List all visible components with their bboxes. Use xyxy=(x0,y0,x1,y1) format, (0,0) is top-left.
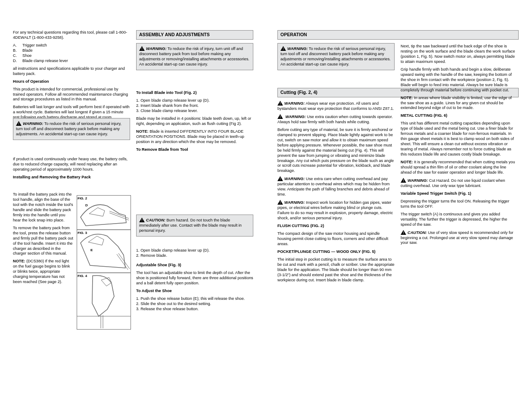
value-a: Trigger switch xyxy=(22,43,130,48)
fig3-e-label: E xyxy=(90,248,93,252)
fig-3-frame xyxy=(77,230,131,274)
column-1: For any technical questions regarding th… xyxy=(13,30,130,128)
caution-burn-box: ! CAUTION: Burn hazard. Do not touch the… xyxy=(136,215,253,237)
step-3: 3. Close blade clamp release lever. xyxy=(136,109,253,114)
column-2-remove: 1. Open blade clamp release lever up (D)… xyxy=(136,248,253,312)
blade-pos-body: Blade may be installed in 4 positions: b… xyxy=(136,116,253,127)
warning-triangle-icon: ! xyxy=(139,218,145,222)
column-2-install: To Install Blade into Tool (Fig. 2) 1. O… xyxy=(136,90,253,155)
warn-over-lead: WARNING: xyxy=(284,177,305,181)
svg-text:!: ! xyxy=(403,178,404,183)
plunge-cont-1: Next, tip the saw backward until the bac… xyxy=(401,44,518,65)
fig3-label: FIG. 3 xyxy=(78,231,87,235)
svg-text:!: ! xyxy=(280,115,280,119)
hours-body: This product is intended for commercial,… xyxy=(13,87,130,103)
adj-step-1: 1. Push the shoe release button (E); thi… xyxy=(136,296,253,302)
warning-triangle-icon: ! xyxy=(401,178,406,183)
plunge-heading: POCKET/PLUNGE CUTTING — WOOD ONLY (FIG. … xyxy=(277,249,395,255)
warn-eye-lead: WARNING: xyxy=(284,101,305,106)
svg-text:!: ! xyxy=(141,47,142,51)
warn-op-lead: WARNING: xyxy=(287,47,308,52)
step-2: 2. Insert blade shank from the front. xyxy=(136,103,253,109)
warning-box-col1: ! WARNING: To reduce the risk of serious… xyxy=(13,118,130,140)
step-1: 1. Open blade clamp release lever up (D)… xyxy=(136,98,253,103)
svg-text:!: ! xyxy=(283,47,283,51)
warn-coolant: !WARNING: Cut Hazard. Do not use liquid … xyxy=(401,178,518,189)
blade-note: NOTE: Blade is inserted DIFFERENTLY INTO… xyxy=(136,129,253,145)
caution-slow: !CAUTION: Use of very slow speed is reco… xyxy=(401,230,518,246)
charger-text: all instructions and specifications appl… xyxy=(13,66,130,77)
column-3-cutting: !WARNING: Always wear eye protection. Al… xyxy=(277,101,395,286)
metal-note-body: It is generally recommended that when cu… xyxy=(401,160,515,174)
fig4-label: FIG. 4 xyxy=(78,274,87,278)
install-blade-heading: To Install Blade into Tool (Fig. 2) xyxy=(136,90,253,96)
rem-step-2: 2. Remove blade. xyxy=(136,253,253,258)
label-a: A. xyxy=(13,43,22,48)
rem-step-1: 1. Open blade clamp release lever up (D)… xyxy=(136,248,253,253)
plunge-note-lead: NOTE: xyxy=(401,96,413,100)
fig-4-frame xyxy=(77,273,131,330)
install-body: To install the battery pack into the too… xyxy=(13,192,73,223)
flush-heading: FLUSH CUTTING (FIG. 2) xyxy=(277,224,395,229)
vst-body-2: The trigger switch (A) is continuous and… xyxy=(401,212,518,227)
fig2-label: FIG. 2 xyxy=(78,196,87,201)
warning-triangle-icon: ! xyxy=(16,121,22,126)
warning-triangle-icon: ! xyxy=(139,46,145,51)
column-1-lower: If product is used continuously under he… xyxy=(13,157,130,183)
warn-assembly-lead: WARNING: xyxy=(146,47,166,52)
plunge-note: NOTE: In areas where blade visibility is… xyxy=(401,96,518,111)
fig2-d-label: D xyxy=(85,203,88,208)
remove-blade-heading: To Remove Blade from Tool xyxy=(136,147,253,153)
warning-triangle-icon: ! xyxy=(277,101,283,106)
metal-body: This unit has different metal cutting ca… xyxy=(401,121,518,157)
warning-triangle-icon: ! xyxy=(277,176,283,181)
note-fuel: NOTE: (DCS380) If the red light on the f… xyxy=(13,259,73,285)
warning-triangle-icon: ! xyxy=(401,230,406,235)
svg-text:!: ! xyxy=(280,101,280,106)
adj-shoe-body: The tool has an adjustable shoe to limit… xyxy=(136,271,253,286)
svg-text:!: ! xyxy=(141,218,142,222)
warning-triangle-icon: ! xyxy=(277,114,283,119)
warn-op-box: ! WARNING: To reduce the risk of serious… xyxy=(277,43,395,70)
contact-text: For any technical questions regarding th… xyxy=(13,30,130,40)
operation-bar: OPERATION xyxy=(277,30,519,40)
warn-assembly-box: ! WARNING: To reduce the risk of injury,… xyxy=(136,43,253,70)
flush-body: The compact design of the saw motor hous… xyxy=(277,231,395,247)
note-lead: NOTE: xyxy=(13,259,25,263)
value-c: Shoe xyxy=(22,53,130,59)
page-root: For any technical questions regarding th… xyxy=(0,0,532,411)
column-1-bottom: To install the battery pack into the too… xyxy=(13,192,73,287)
remove-body: To remove the battery pack from the tool… xyxy=(13,226,73,257)
metal-note: NOTE: It is generally recommended that w… xyxy=(401,160,518,175)
warn-coolant-lead: WARNING: xyxy=(408,178,428,183)
adj-shoe-heading: Adjustable Shoe (Fig. 3) xyxy=(136,263,253,268)
value-d: Blade clamp release lever xyxy=(22,59,130,64)
vst-body-1: Depressing the trigger turns the tool ON… xyxy=(401,199,518,209)
adj-shoe-steps-heading: To Adjust the Shoe xyxy=(136,289,253,294)
plunge-note-body: In areas where blade visibility is limit… xyxy=(401,96,512,110)
plunge-body: The initial step in pocket cutting is to… xyxy=(277,257,395,283)
warning-triangle-icon: ! xyxy=(277,200,283,205)
plunge-cont-2: Grip handle firmly with both hands and b… xyxy=(401,67,518,93)
adj-step-2: 2. Slide the shoe out to the desired set… xyxy=(136,302,253,307)
warn-dir-lead: WARNING: xyxy=(284,115,306,119)
metal-heading: METAL CUTTING (FIG. 6) xyxy=(401,113,518,118)
adj-step-3: 3. Release the shoe release button. xyxy=(136,307,253,312)
install-heading: Installing and Removing the Battery Pack xyxy=(13,175,130,180)
hours-body-3: If product is used continuously under he… xyxy=(13,157,130,172)
assembly-bar: ASSEMBLY AND ADJUSTMENTS xyxy=(136,30,253,40)
label-b: B. xyxy=(13,48,22,53)
svg-text:!: ! xyxy=(18,121,19,126)
svg-text:!: ! xyxy=(280,200,280,205)
hours-heading: Hours of Operation xyxy=(13,79,130,84)
cut-body: Before cutting any type of material, be … xyxy=(277,128,395,174)
svg-text:!: ! xyxy=(280,177,280,181)
blade-note-lead: NOTE: xyxy=(136,129,149,134)
column-4: Next, tip the saw backward until the bac… xyxy=(401,44,518,248)
warn-over: !WARNING: Use extra care when cutting ov… xyxy=(277,176,395,197)
warn-pipe: !WARNING: Inspect work location for hidd… xyxy=(277,200,395,221)
blade-note-body: Blade is inserted DIFFERENTLY INTO FOUR … xyxy=(136,129,244,144)
warn-pipe-lead: WARNING: xyxy=(284,200,305,205)
caution-burn-lead: CAUTION: xyxy=(146,218,165,223)
vst-heading: Variable Speed Trigger Switch (Fig. 1) xyxy=(401,191,518,196)
